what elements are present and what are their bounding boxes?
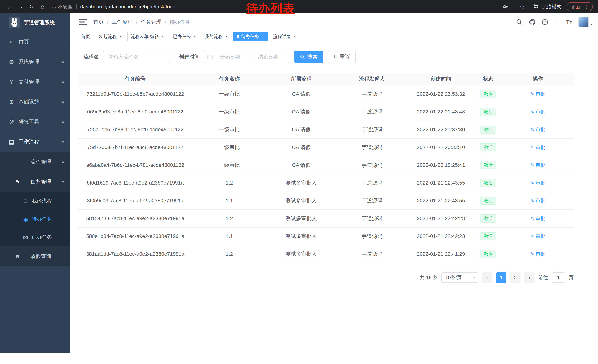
bookmark-star-button[interactable]: ☆	[516, 1, 528, 12]
date-range-picker[interactable]: 开始日期 - 结束日期	[204, 51, 289, 63]
sidebar-item-infrastructure[interactable]: ⊞ 基础设施 ∨	[0, 92, 70, 112]
col-status: 状态	[474, 73, 502, 85]
update-button[interactable]: 更新 ⋮	[566, 2, 593, 11]
sidebar-item-home[interactable]: ◐ 首页	[0, 32, 70, 52]
close-icon[interactable]: ×	[225, 34, 228, 39]
cell-task-name: 一级审批	[193, 121, 266, 138]
tab-done-tasks[interactable]: 已办任务 ×	[170, 32, 199, 41]
breadcrumb-item[interactable]: 首页	[93, 18, 112, 25]
help-button[interactable]: ?	[542, 19, 548, 25]
workflow-submenu: ≡ 流程管理 ∨ ⚑ 任务管理 ∧ ☺ 我的流程	[0, 152, 70, 266]
tab-my-process[interactable]: 我的流程 ×	[201, 32, 231, 41]
approve-link[interactable]: ✎审批	[530, 233, 545, 240]
approve-link[interactable]: ✎审批	[530, 251, 545, 257]
status-badge: 激活	[480, 232, 496, 240]
tab-process-form-edit[interactable]: 流程表单-编辑 ×	[127, 32, 167, 41]
list-icon: ≡	[14, 159, 21, 165]
sidebar-item-done-tasks[interactable]: ⋈ 已办任务	[0, 228, 70, 246]
cell-task-id: 069c6a63-7b8a-11ec-8ef0-acde48001122	[78, 103, 193, 121]
avatar	[578, 17, 589, 27]
search-button-primary[interactable]: 搜索	[294, 51, 324, 63]
table-row: 725a1eb6-7b88-11ec-8ef0-acde48001122 一级审…	[78, 121, 573, 138]
breadcrumb-item[interactable]: 任务管理	[141, 18, 170, 25]
sidebar-item-leave-query[interactable]: ☻ 请假查询	[0, 246, 70, 266]
user-menu[interactable]: ▾	[578, 17, 592, 27]
sidebar-item-workflow[interactable]: ▤ 工作流程 ∧	[0, 132, 70, 152]
close-icon[interactable]: ×	[119, 34, 122, 39]
approve-link[interactable]: ✎审批	[530, 126, 545, 133]
table-row: a6aba0a4-7b6d-11ec-b781-acde48001122 一级审…	[78, 156, 573, 174]
page-size-select[interactable]: 10条/页 ▾	[441, 272, 478, 283]
sidebar-item-task-management[interactable]: ⚑ 任务管理 ∧	[0, 172, 70, 192]
cell-process: OA 请假	[266, 121, 336, 138]
cell-task-name: 1.1	[193, 192, 266, 210]
approve-link[interactable]: ✎审批	[530, 162, 545, 169]
tab-label: 待办任务	[241, 33, 259, 40]
hamburger-icon[interactable]	[79, 19, 87, 25]
tab-process-detail[interactable]: 流程详情 ×	[270, 32, 299, 41]
cell-task-name: 1.2	[193, 174, 266, 192]
table-row: 73211d9d-7b9b-11ec-b5b7-acde48001122 一级审…	[78, 85, 573, 103]
more-menu-icon: ⋮	[583, 4, 589, 10]
github-link[interactable]	[529, 18, 536, 25]
reset-button[interactable]: ↻ 重置	[328, 51, 356, 63]
edit-icon: ✎	[530, 251, 534, 257]
close-icon[interactable]: ×	[162, 34, 164, 39]
prev-page-button[interactable]: ‹	[482, 272, 492, 283]
page-2-button[interactable]: 2	[510, 272, 521, 283]
process-name-input[interactable]	[103, 51, 170, 63]
approve-link[interactable]: ✎审批	[530, 215, 545, 222]
next-page-button[interactable]: ›	[524, 272, 535, 283]
close-icon[interactable]: ×	[293, 34, 296, 39]
sidebar-item-my-process[interactable]: ☺ 我的流程	[0, 192, 70, 210]
cell-task-name: 一级审批	[193, 85, 266, 103]
cell-create-time: 2022-01-22 21:37:30	[407, 121, 474, 138]
sidebar-item-label: 研发工具	[18, 118, 39, 125]
table-row: 8f0d1619-7ac8-11ec-a9e2-a2380e71991a 1.2…	[78, 174, 573, 192]
rabbit-logo-icon	[9, 17, 20, 28]
password-key-button[interactable]	[500, 1, 511, 12]
sidebar-item-process-management[interactable]: ≡ 流程管理 ∨	[0, 152, 70, 172]
chevron-down-icon: ∨	[61, 119, 65, 124]
approve-link[interactable]: ✎审批	[530, 109, 545, 115]
sidebar-item-todo-tasks[interactable]: ◉ 待办任务	[0, 210, 70, 228]
page-size-value: 10条/页	[445, 274, 462, 281]
sidebar-item-payment[interactable]: ¥ 支付管理 ∨	[0, 72, 70, 92]
col-task-name: 任务名称	[193, 73, 266, 85]
close-icon[interactable]: ×	[262, 34, 264, 39]
breadcrumb-item[interactable]: 工作流程	[112, 18, 141, 25]
page-1-button[interactable]: 1	[496, 272, 507, 283]
tab-start-process[interactable]: 发起流程 ×	[96, 32, 125, 41]
fullscreen-button[interactable]	[554, 19, 560, 25]
approve-link[interactable]: ✎审批	[530, 198, 545, 204]
annotation-todo-list: 待办列表	[246, 0, 295, 16]
process-name-label: 流程名	[83, 53, 99, 60]
close-icon[interactable]: ×	[193, 34, 196, 39]
browser-forward-button[interactable]: →	[15, 1, 26, 12]
browser-back-button[interactable]: ←	[4, 1, 15, 12]
table-row: 381aa1dd-7ac8-11ec-a9e2-a2380e71991a 1.2…	[78, 245, 573, 263]
tools-icon: ⚒	[8, 119, 15, 125]
cell-initiator: 芋道源码	[336, 192, 407, 210]
chevron-down-icon: ▾	[590, 22, 592, 27]
approve-link[interactable]: ✎审批	[530, 180, 545, 186]
main-area: 首页 工作流程 任务管理 待办任务 ?	[70, 13, 598, 364]
approve-link[interactable]: ✎审批	[530, 91, 545, 97]
todo-table: 任务编号 任务名称 所属流程 流程发起人 创建时间 状态 操作 73211d9d…	[78, 73, 573, 263]
goto-page-input[interactable]	[552, 272, 565, 283]
sidebar-item-system[interactable]: ⚙ 系统管理 ∨	[0, 52, 70, 72]
tab-home[interactable]: 首页	[78, 32, 93, 41]
tab-todo-tasks[interactable]: 待办任务 ×	[233, 32, 267, 41]
browser-home-button[interactable]: ⌂	[37, 1, 48, 12]
cell-create-time: 2022-01-21 22:43:55	[407, 174, 474, 192]
search-button[interactable]	[516, 19, 523, 25]
cell-task-id: 8f059c03-7ac8-11ec-a9e2-a2380e71991a	[78, 192, 193, 210]
app-logo[interactable]: 芋道管理系统	[0, 13, 70, 32]
status-badge: 激活	[480, 143, 496, 152]
approve-link[interactable]: ✎审批	[530, 144, 545, 151]
sidebar-item-dev-tools[interactable]: ⚒ 研发工具 ∨	[0, 112, 70, 132]
cell-initiator: 芋道源码	[336, 103, 407, 121]
font-size-button[interactable]: T T	[566, 19, 572, 25]
browser-refresh-button[interactable]: ↻	[26, 1, 37, 12]
home-icon: ⌂	[41, 3, 44, 10]
